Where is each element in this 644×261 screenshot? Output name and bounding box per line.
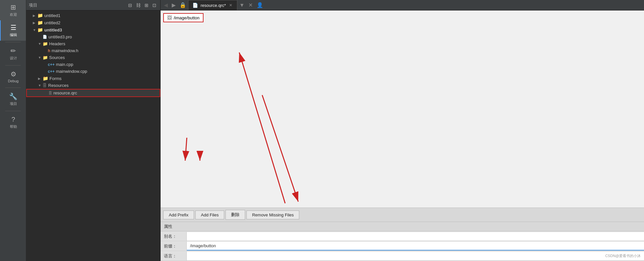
tree-item-resourceqrc[interactable]: 🗄 resource.qrc [26, 89, 160, 97]
sidebar-label-project: 项目 [10, 101, 17, 106]
sidebar-label-welcome: 欢迎 [10, 12, 17, 17]
sidebar-label-help: 帮助 [10, 124, 17, 129]
cpp-icon-maincpp: c++ [48, 62, 55, 67]
tree-item-untitled3pro[interactable]: 📄 untitled3.pro [26, 33, 160, 40]
tree-label-headers: Headers [49, 41, 159, 46]
sidebar-item-edit[interactable]: ☰ 编辑 [0, 20, 26, 41]
tree-item-mainwindowcpp[interactable]: c++ mainwindow.cpp [26, 68, 160, 75]
project-panel: 项目 ⊟ ⛓ ⊞ ⊡ ▶ 📁 untitled1 ▶ 📁 untitled2 [26, 0, 161, 261]
filter-btn[interactable]: ⊟ [127, 2, 133, 9]
property-row-alias: 别名： [161, 231, 644, 241]
tree-item-untitled1[interactable]: ▶ 📁 untitled1 [26, 12, 160, 19]
property-value-prefix[interactable] [187, 242, 644, 251]
arrow-untitled2: ▶ [33, 21, 37, 25]
alias-input[interactable] [190, 234, 641, 239]
tree-label-untitled3pro: untitled3.pro [49, 34, 159, 39]
sidebar-item-welcome[interactable]: ⊞ 欢迎 [0, 0, 26, 20]
tab-close-all-btn[interactable]: ✕ [246, 2, 255, 8]
property-label-prefix: 前缀： [161, 242, 187, 251]
tree-item-sources[interactable]: ▼ 📁 Sources [26, 54, 160, 61]
tree-item-mainwindowh[interactable]: h mainwindow.h [26, 47, 160, 54]
add-files-btn[interactable]: Add Files [195, 211, 224, 219]
tab-label: resource.qrc* [201, 3, 226, 8]
project-icon: 🔧 [9, 92, 17, 100]
tab-close-btn[interactable]: ✕ [228, 3, 233, 8]
tree-item-untitled2[interactable]: ▶ 📁 untitled2 [26, 19, 160, 26]
tree-item-resources[interactable]: ▼ 🗄 Resources [26, 82, 160, 89]
tree-label-untitled2: untitled2 [44, 20, 159, 25]
pro-icon-untitled3pro: 📄 [43, 35, 47, 39]
property-label-language: 语言： [161, 251, 187, 261]
tree-item-maincpp[interactable]: c++ main.cpp [26, 61, 160, 68]
sidebar-item-project[interactable]: 🔧 项目 [0, 89, 26, 110]
remove-missing-btn[interactable]: Remove Missing Files [246, 211, 299, 219]
sidebar-label-debug: Debug [8, 79, 18, 83]
link-btn[interactable]: ⛓ [135, 2, 142, 9]
properties-panel: 属性 别名： 前缀： 语言： [161, 222, 644, 261]
tree-label-sources: Sources [49, 55, 159, 60]
add-file-btn[interactable]: ⊞ [143, 2, 150, 9]
h-icon-mainwindowh: h [48, 49, 50, 53]
resource-prefix-label: /image/button [174, 15, 200, 20]
qrc-icon-resourceqrc: 🗄 [49, 91, 52, 95]
back-btn[interactable]: ◀ [162, 2, 170, 8]
sidebar-item-design[interactable]: ✏ 设计 [0, 44, 26, 64]
arrow-untitled3: ▼ [33, 28, 37, 32]
language-input[interactable] [190, 253, 641, 258]
qrc-editor: 🖼 /image/button Add Prefix Add Files 删除 … [161, 10, 644, 261]
properties-title: 属性 [161, 222, 644, 231]
folder-icon-forms: 📁 [43, 76, 48, 81]
qrc-bottom-toolbar: Add Prefix Add Files 删除 Remove Missing F… [161, 208, 644, 222]
tree-item-headers[interactable]: ▼ 📁 Headers [26, 40, 160, 47]
property-value-alias[interactable] [187, 232, 644, 240]
cpp-icon-mainwindowcpp: c++ [48, 69, 55, 74]
sidebar-label-edit: 编辑 [10, 32, 17, 37]
tree-label-maincpp: main.cpp [56, 62, 159, 67]
project-tree: ▶ 📁 untitled1 ▶ 📁 untitled2 ▼ 📁 untitled… [26, 10, 160, 261]
tree-item-untitled3[interactable]: ▼ 📁 untitled3 [26, 26, 160, 33]
screen-btn[interactable]: ⊡ [151, 2, 158, 9]
folder-icon-headers: 📁 [43, 41, 48, 46]
design-icon: ✏ [10, 47, 16, 55]
delete-btn[interactable]: 删除 [225, 210, 245, 220]
tree-item-forms[interactable]: ▶ 📁 Forms [26, 75, 160, 82]
arrow-headers: ▼ [38, 42, 43, 46]
sidebar-divider-1 [5, 42, 21, 42]
add-prefix-btn[interactable]: Add Prefix [163, 211, 194, 219]
folder-icon-untitled3: 📁 [37, 27, 43, 32]
lock-btn[interactable]: 🔒 [178, 2, 188, 8]
folder-icon-untitled1: 📁 [37, 13, 43, 18]
helper-btn[interactable]: 👤 [255, 2, 265, 8]
active-tab[interactable]: 📄 resource.qrc* ✕ [188, 0, 237, 10]
debug-icon: ⚙ [10, 70, 16, 78]
tree-label-mainwindowh: mainwindow.h [51, 48, 159, 53]
folder-icon-sources: 📁 [43, 55, 48, 60]
resource-prefix-icon: 🖼 [167, 15, 172, 20]
welcome-icon: ⊞ [10, 3, 16, 11]
tree-label-untitled3: untitled3 [44, 28, 159, 32]
resource-tree-area: 🖼 /image/button [161, 10, 644, 208]
arrow-untitled1: ▶ [33, 14, 37, 17]
prefix-input[interactable] [190, 243, 641, 248]
tab-dropdown-btn[interactable]: ▼ [237, 2, 246, 8]
property-value-language[interactable] [187, 252, 644, 260]
help-icon: ? [11, 116, 15, 123]
panel-toolbar: ⊟ ⛓ ⊞ ⊡ [127, 2, 158, 9]
property-row-language: 语言： [161, 251, 644, 261]
property-row-prefix: 前缀： [161, 241, 644, 251]
edit-icon: ☰ [10, 24, 16, 31]
arrow-resources: ▼ [38, 84, 43, 87]
forward-btn[interactable]: ▶ [170, 2, 178, 8]
arrow-forms: ▶ [38, 77, 43, 80]
sidebar-label-design: 设计 [10, 56, 17, 61]
sidebar-divider-2 [5, 65, 21, 66]
tree-label-mainwindowcpp: mainwindow.cpp [56, 69, 159, 74]
tree-label-resourceqrc: resource.qrc [53, 90, 158, 95]
sidebar-item-debug[interactable]: ⚙ Debug [0, 67, 26, 86]
folder-icon-resources: 🗄 [43, 83, 47, 88]
sidebar-item-help[interactable]: ? 帮助 [0, 112, 26, 132]
resource-prefix-item[interactable]: 🖼 /image/button [163, 13, 204, 22]
panel-title: 项目 [29, 2, 127, 8]
property-label-alias: 别名： [161, 232, 187, 241]
tree-label-forms: Forms [49, 76, 159, 81]
